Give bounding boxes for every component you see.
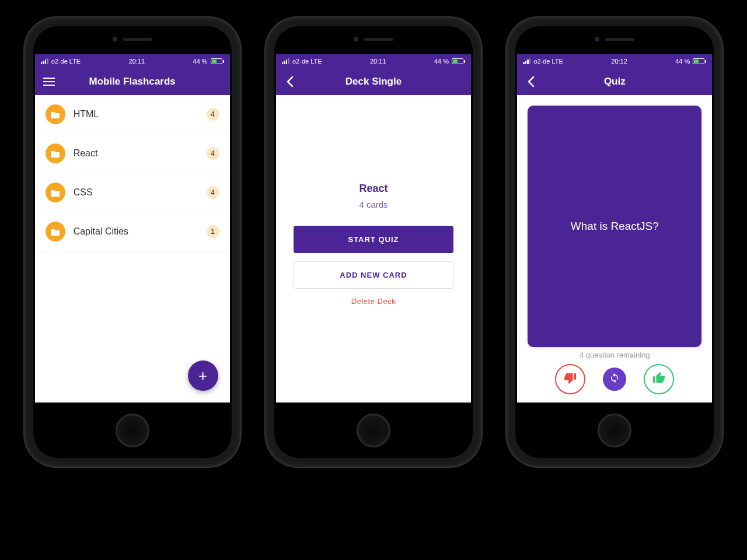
status-bar: o2-de LTE 20:11 44 % [35,54,230,68]
folder-icon [46,183,65,202]
signal-icon [41,58,48,64]
battery-percent: 44 % [434,58,449,65]
refresh-icon [609,373,620,386]
signal-icon [523,58,530,64]
hamburger-icon[interactable] [42,75,56,89]
quiz-question: What is ReactJS? [571,220,659,233]
deck-count-badge: 1 [207,225,219,238]
signal-icon [282,58,289,64]
clock: 20:11 [129,58,145,65]
battery-icon [211,58,224,64]
start-quiz-button[interactable]: START QUIZ [294,226,453,253]
clock: 20:11 [370,58,386,65]
svg-rect-2 [43,85,55,86]
phone-deck-single: o2-de LTE 20:11 44 % Deck Single React 4… [266,18,481,467]
incorrect-button[interactable] [555,364,585,394]
deck-list: HTML 4 React 4 CSS 4 Capital Cities 1 [35,95,230,402]
home-button[interactable] [116,414,149,447]
page-title: Deck Single [345,76,402,88]
app-bar: Deck Single [276,68,471,95]
delete-deck-link[interactable]: Delete Deck [276,297,471,306]
plus-icon: + [198,367,207,385]
app-bar: Quiz [517,68,712,95]
carrier-label: o2-de LTE [292,58,322,65]
svg-rect-0 [43,78,55,79]
thumbs-up-icon [652,372,665,387]
thumbs-down-icon [564,372,577,387]
battery-percent: 44 % [193,58,208,65]
deck-single: React 4 cards START QUIZ ADD NEW CARD De… [276,95,471,402]
page-title: Mobile Flashcards [89,76,175,88]
carrier-label: o2-de LTE [533,58,563,65]
deck-count-badge: 4 [207,186,219,199]
deck-count-badge: 4 [207,108,219,121]
battery-icon [452,58,465,64]
status-bar: o2-de LTE 20:12 44 % [517,54,712,68]
folder-icon [46,144,65,163]
deck-row[interactable]: HTML 4 [35,95,230,134]
flip-card-button[interactable] [603,368,626,391]
deck-name: HTML [74,109,198,120]
correct-button[interactable] [644,364,674,394]
deck-card-count: 4 cards [276,200,471,209]
home-button[interactable] [598,414,631,447]
folder-icon [46,222,65,242]
add-deck-fab[interactable]: + [188,360,218,391]
page-title: Quiz [604,76,626,88]
quiz-actions [528,364,701,402]
back-icon[interactable] [283,75,297,89]
back-icon[interactable] [524,75,538,89]
home-button[interactable] [357,414,390,447]
phone-quiz: o2-de LTE 20:12 44 % Quiz What is ReactJ… [507,18,722,467]
deck-count-badge: 4 [207,147,219,160]
battery-icon [693,58,706,64]
folder-icon [46,104,65,124]
deck-title: React [276,183,471,195]
status-bar: o2-de LTE 20:11 44 % [276,54,471,68]
battery-percent: 44 % [675,58,690,65]
quiz-content: What is ReactJS? 4 question remaining [517,95,712,402]
deck-row[interactable]: React 4 [35,134,230,173]
deck-row[interactable]: Capital Cities 1 [35,212,230,251]
deck-name: Capital Cities [74,226,198,237]
carrier-label: o2-de LTE [51,58,81,65]
questions-remaining: 4 question remaining [528,351,701,359]
deck-name: CSS [74,187,198,198]
deck-row[interactable]: CSS 4 [35,173,230,212]
deck-name: React [74,148,198,159]
quiz-card[interactable]: What is ReactJS? [528,106,701,347]
add-card-button[interactable]: ADD NEW CARD [294,261,453,289]
clock: 20:12 [611,58,627,65]
svg-rect-1 [43,81,55,82]
app-bar: Mobile Flashcards [35,68,230,95]
phone-deck-list: o2-de LTE 20:11 44 % Mobile Flashcards H… [25,18,240,467]
